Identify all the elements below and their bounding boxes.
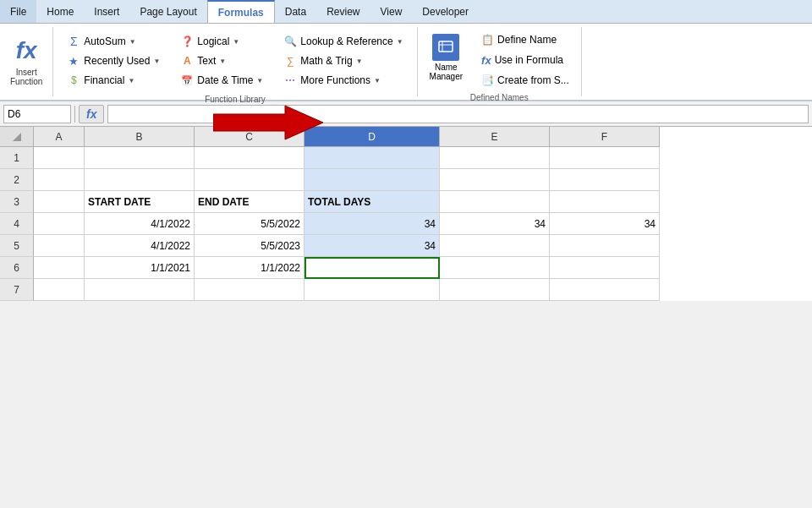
menu-insert[interactable]: Insert xyxy=(84,0,129,23)
cell-f7[interactable] xyxy=(550,279,660,301)
cell-e4[interactable]: 34 xyxy=(440,213,550,235)
row-header-7[interactable]: 7 xyxy=(0,279,34,301)
col-header-b[interactable]: B xyxy=(85,127,195,147)
cell-e1[interactable] xyxy=(440,147,550,169)
cell-d5[interactable]: 34 xyxy=(304,235,440,257)
cell-e3[interactable] xyxy=(440,191,550,213)
cell-c6[interactable]: 1/1/2022 xyxy=(195,257,304,279)
cell-c7[interactable] xyxy=(195,279,304,301)
ribbon-col-3: 🔍 Lookup & Reference ▼ ∑ Math & Trig ▼ ⋯… xyxy=(275,30,411,91)
cell-b7[interactable] xyxy=(85,279,195,301)
create-from-button[interactable]: 📑 Create from S... xyxy=(476,71,574,90)
recently-used-dropdown-icon[interactable]: ▼ xyxy=(153,57,160,65)
cell-e2[interactable] xyxy=(440,169,550,191)
cell-e7[interactable] xyxy=(440,279,550,301)
cell-a6[interactable] xyxy=(34,257,85,279)
cell-c2[interactable] xyxy=(195,169,304,191)
cell-d6-selected[interactable] xyxy=(304,257,440,279)
cell-f5[interactable] xyxy=(550,235,660,257)
menu-file[interactable]: File xyxy=(0,0,36,23)
cell-d4[interactable]: 34 xyxy=(304,213,440,235)
logical-button[interactable]: ❓ Logical ▼ xyxy=(175,32,268,51)
cell-f1[interactable] xyxy=(550,147,660,169)
more-functions-button[interactable]: ⋯ More Functions ▼ xyxy=(278,71,408,90)
cell-a2[interactable] xyxy=(34,169,85,191)
cell-f2[interactable] xyxy=(550,169,660,191)
cell-f3[interactable] xyxy=(550,191,660,213)
autosum-button[interactable]: Σ AutoSum ▼ xyxy=(62,32,165,51)
math-trig-dropdown-icon[interactable]: ▼ xyxy=(356,57,363,65)
svg-rect-0 xyxy=(439,41,453,52)
cell-d7[interactable] xyxy=(304,279,440,301)
col-header-d[interactable]: D xyxy=(304,127,440,147)
cell-d3[interactable]: TOTAL DAYS xyxy=(304,191,440,213)
cell-b2[interactable] xyxy=(85,169,195,191)
row-header-1[interactable]: 1 xyxy=(0,147,34,169)
menu-home[interactable]: Home xyxy=(36,0,84,23)
cell-b6[interactable]: 1/1/2021 xyxy=(85,257,195,279)
col-header-f[interactable]: F xyxy=(550,127,660,147)
recently-used-icon: ★ xyxy=(67,54,80,68)
define-name-button[interactable]: 📋 Define Name xyxy=(476,30,574,49)
cell-c1[interactable] xyxy=(195,147,304,169)
cell-f6[interactable] xyxy=(550,257,660,279)
insert-function-group[interactable]: fx InsertFunction xyxy=(0,27,53,96)
cell-c3[interactable]: END DATE xyxy=(195,191,304,213)
math-trig-button[interactable]: ∑ Math & Trig ▼ xyxy=(278,52,408,70)
financial-label: Financial xyxy=(84,74,124,86)
more-functions-dropdown-icon[interactable]: ▼ xyxy=(374,77,381,85)
menu-formulas[interactable]: Formulas xyxy=(207,0,275,23)
text-dropdown-icon[interactable]: ▼ xyxy=(219,57,226,65)
financial-button[interactable]: $ Financial ▼ xyxy=(62,71,165,90)
cell-b5[interactable]: 4/1/2022 xyxy=(85,235,195,257)
menu-developer[interactable]: Developer xyxy=(412,0,479,23)
date-time-dropdown-icon[interactable]: ▼ xyxy=(256,77,263,85)
menu-review[interactable]: Review xyxy=(316,0,370,23)
col-header-e[interactable]: E xyxy=(440,127,550,147)
name-box[interactable] xyxy=(3,105,71,123)
row-header-3[interactable]: 3 xyxy=(0,191,34,213)
menu-page-layout[interactable]: Page Layout xyxy=(129,0,206,23)
cell-a5[interactable] xyxy=(34,235,85,257)
cell-c5[interactable]: 5/5/2023 xyxy=(195,235,304,257)
column-headers: A B C D E F xyxy=(0,127,812,147)
cell-e5[interactable] xyxy=(440,235,550,257)
cell-b4[interactable]: 4/1/2022 xyxy=(85,213,195,235)
col-header-a[interactable]: A xyxy=(34,127,85,147)
cell-a3[interactable] xyxy=(34,191,85,213)
row-header-5[interactable]: 5 xyxy=(0,235,34,257)
ribbon: fx InsertFunction Σ AutoSum ▼ ★ Recently… xyxy=(0,24,812,101)
financial-dropdown-icon[interactable]: ▼ xyxy=(128,77,134,85)
date-time-button[interactable]: 📅 Date & Time ▼ xyxy=(175,71,268,90)
cell-a7[interactable] xyxy=(34,279,85,301)
menu-data[interactable]: Data xyxy=(275,0,316,23)
row-header-6[interactable]: 6 xyxy=(0,257,34,279)
cell-a4[interactable] xyxy=(34,213,85,235)
recently-used-button[interactable]: ★ Recently Used ▼ xyxy=(62,52,165,70)
row-header-4[interactable]: 4 xyxy=(0,213,34,235)
menu-view[interactable]: View xyxy=(370,0,413,23)
lookup-reference-dropdown-icon[interactable]: ▼ xyxy=(397,38,403,46)
text-button[interactable]: A Text ▼ xyxy=(175,52,268,70)
row-header-2[interactable]: 2 xyxy=(0,169,34,191)
cell-f4[interactable]: 34 xyxy=(550,213,660,235)
use-in-formula-button[interactable]: fx Use in Formula xyxy=(476,51,574,69)
defined-names-section: NameManager 📋 Define Name fx Use in Form… xyxy=(418,27,582,96)
math-trig-label: Math & Trig xyxy=(300,55,352,67)
corner-cell xyxy=(0,127,34,147)
defined-names-label: Defined Names xyxy=(425,90,574,102)
cell-a1[interactable] xyxy=(34,147,85,169)
cell-e6[interactable] xyxy=(440,257,550,279)
define-name-label: Define Name xyxy=(497,34,557,46)
cell-d1[interactable] xyxy=(304,147,440,169)
cell-b3[interactable]: START DATE xyxy=(85,191,195,213)
lookup-reference-button[interactable]: 🔍 Lookup & Reference ▼ xyxy=(278,32,408,51)
fx-button[interactable]: fx xyxy=(79,105,104,123)
logical-dropdown-icon[interactable]: ▼ xyxy=(233,38,239,46)
cell-b1[interactable] xyxy=(85,147,195,169)
menu-bar: File Home Insert Page Layout Formulas Da… xyxy=(0,0,812,24)
name-manager-button[interactable]: NameManager xyxy=(425,30,468,85)
autosum-dropdown-icon[interactable]: ▼ xyxy=(129,38,136,46)
cell-d2[interactable] xyxy=(304,169,440,191)
cell-c4[interactable]: 5/5/2022 xyxy=(195,213,304,235)
